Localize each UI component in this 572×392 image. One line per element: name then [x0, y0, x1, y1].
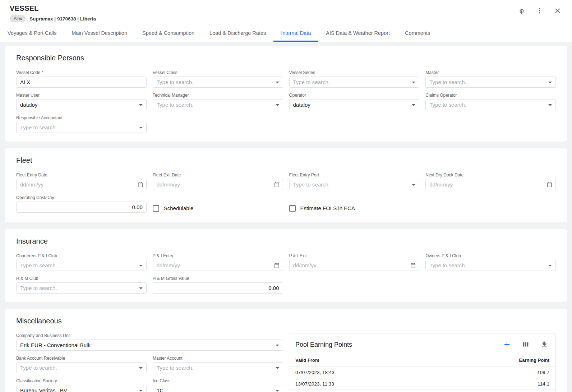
- master-account-input[interactable]: [153, 362, 283, 373]
- operator-input[interactable]: [289, 99, 420, 110]
- next-dry-dock-date-input[interactable]: [425, 179, 556, 190]
- checkbox-label-schedulable: Schedulable: [164, 205, 194, 211]
- header-subtitle-row: Alex Supramax | 9170638 | Liberia: [10, 15, 96, 22]
- tab-load-discharge-rates[interactable]: Load & Discharge Rates: [202, 25, 273, 42]
- fleet-entry-port-input[interactable]: [289, 179, 420, 190]
- master-input[interactable]: [425, 77, 556, 88]
- responsible-accountant-input[interactable]: [16, 122, 147, 133]
- pi-exit-date-picker[interactable]: [289, 260, 420, 271]
- label-company-business-unit: Company and Business Unit: [16, 333, 283, 338]
- kebab-menu-icon[interactable]: [535, 6, 545, 16]
- pool-earning-points-row[interactable]: 07/07/2023, 18:43 109.7: [289, 367, 555, 378]
- label-technical-manager: Technical Manager: [153, 93, 283, 98]
- label-classification-society: Classification Society: [16, 378, 147, 383]
- fleet-entry-port-select[interactable]: [289, 179, 420, 190]
- label-next-dry-dock-date: Next Dry Dock Date: [425, 172, 556, 177]
- responsible-accountant-select[interactable]: [16, 122, 147, 133]
- technical-manager-select[interactable]: [153, 99, 283, 110]
- checkbox-icon[interactable]: [153, 205, 159, 212]
- header-actions: [517, 4, 563, 16]
- charterers-pi-club-input[interactable]: [16, 260, 147, 271]
- claims-operator-select[interactable]: [425, 99, 556, 110]
- download-icon[interactable]: [539, 340, 549, 350]
- company-business-unit-select[interactable]: [16, 340, 283, 351]
- broadcast-icon[interactable]: [517, 6, 527, 16]
- section-title-fleet: Fleet: [16, 156, 561, 165]
- field-technical-manager: Technical Manager: [153, 93, 283, 110]
- vessel-class-select[interactable]: [153, 77, 283, 88]
- tab-internal-data[interactable]: Internal Data: [273, 25, 318, 42]
- pi-entry-date-input[interactable]: [153, 260, 283, 271]
- vessel-series-select[interactable]: [289, 77, 420, 88]
- label-operating-cost: Operating Cost/Day: [16, 195, 147, 200]
- owners-pi-club-select[interactable]: [425, 260, 556, 271]
- pi-exit-date-input[interactable]: [289, 260, 420, 271]
- checkbox-estimate-fols-in-eca[interactable]: Estimate FOLS in ECA: [289, 203, 420, 214]
- master-select[interactable]: [425, 77, 556, 88]
- label-operator: Operator: [289, 93, 420, 98]
- label-ice-class: Ice Class: [153, 378, 283, 383]
- label-master-user: Master User: [16, 93, 147, 98]
- cell-earning-point: 109.7: [537, 370, 549, 375]
- fleet-entry-date-input[interactable]: [16, 179, 147, 190]
- vessel-series-input[interactable]: [289, 77, 420, 88]
- pi-entry-date-picker[interactable]: [153, 260, 283, 271]
- ice-class-input[interactable]: [153, 385, 283, 392]
- section-title-insurance: Insurance: [16, 237, 561, 245]
- field-vessel-class: Vessel Class: [153, 70, 283, 88]
- pool-earning-points-row[interactable]: 27/07/2023, 12:00 123: [289, 390, 555, 392]
- bank-account-receivable-select[interactable]: [16, 362, 147, 373]
- tab-voyages-port-calls[interactable]: Voyages & Port Calls: [0, 25, 64, 42]
- vessel-code-badge: Alex: [10, 15, 26, 22]
- owners-pi-club-input[interactable]: [425, 260, 556, 271]
- fleet-exit-date-input[interactable]: [153, 179, 283, 190]
- tab-ais-data-weather-report[interactable]: AIS Data & Weather Report: [318, 25, 397, 42]
- master-user-input[interactable]: [16, 99, 147, 110]
- tab-comments[interactable]: Comments: [397, 25, 438, 42]
- label-bank-account-receivable: Bank Account Receivable: [16, 356, 147, 361]
- label-pi-exit: P & I Exit: [289, 253, 420, 258]
- checkbox-schedulable[interactable]: Schedulable: [153, 203, 283, 214]
- field-ice-class: Ice Class: [153, 378, 283, 392]
- field-classification-society: Classification Society: [16, 378, 147, 392]
- add-icon[interactable]: [502, 340, 512, 350]
- header-left: VESSEL Alex Supramax | 9170638 | Liberia: [10, 4, 96, 22]
- bank-account-receivable-input[interactable]: [16, 362, 147, 373]
- internal-data-panel: Responsible Persons Vessel Code * Vessel…: [0, 42, 572, 392]
- technical-manager-input[interactable]: [153, 99, 283, 110]
- claims-operator-input[interactable]: [425, 99, 556, 110]
- hm-club-input[interactable]: [16, 282, 147, 294]
- hm-gross-value-input[interactable]: [153, 282, 283, 294]
- hm-gross-value-control: [153, 282, 283, 294]
- vessel-code-input[interactable]: [16, 77, 147, 88]
- label-fleet-entry-port: Fleet Entry Port: [289, 172, 420, 177]
- fleet-entry-date-picker[interactable]: [16, 179, 147, 190]
- vessel-class-input[interactable]: [153, 77, 283, 88]
- tab-speed-consumption[interactable]: Speed & Consumption: [135, 25, 202, 42]
- field-vessel-code: Vessel Code *: [16, 70, 147, 88]
- charterers-pi-club-select[interactable]: [16, 260, 147, 271]
- tab-main-vessel-description[interactable]: Main Vessel Description: [64, 25, 135, 42]
- hm-club-select[interactable]: [16, 282, 147, 294]
- field-owners-pi-club: Owners P & I Club: [425, 253, 556, 271]
- pool-earning-points-row[interactable]: 13/07/2023, 11:33 114.1: [289, 378, 555, 390]
- company-business-unit-input[interactable]: [16, 340, 283, 351]
- cell-valid-from: 07/07/2023, 18:43: [295, 370, 335, 375]
- pool-earning-points-header: Pool Earning Points: [289, 333, 555, 354]
- operator-select[interactable]: [289, 99, 420, 110]
- classification-society-input[interactable]: [16, 385, 147, 392]
- fleet-exit-date-picker[interactable]: [153, 179, 283, 190]
- master-account-select[interactable]: [153, 362, 283, 373]
- section-insurance: Insurance Charterers P & I Club P & I En…: [5, 229, 567, 302]
- next-dry-dock-date-picker[interactable]: [425, 179, 556, 190]
- field-fleet-entry-port: Fleet Entry Port: [289, 172, 420, 190]
- checkbox-icon[interactable]: [289, 205, 296, 212]
- column-header-earning-point: Earning Point: [519, 358, 550, 363]
- close-icon[interactable]: [553, 6, 563, 16]
- view-columns-icon[interactable]: [521, 340, 531, 350]
- master-user-select[interactable]: [16, 99, 147, 110]
- label-vessel-code: Vessel Code *: [16, 70, 147, 75]
- classification-society-select[interactable]: [16, 385, 147, 392]
- ice-class-select[interactable]: [153, 385, 283, 392]
- operating-cost-input[interactable]: [16, 202, 147, 213]
